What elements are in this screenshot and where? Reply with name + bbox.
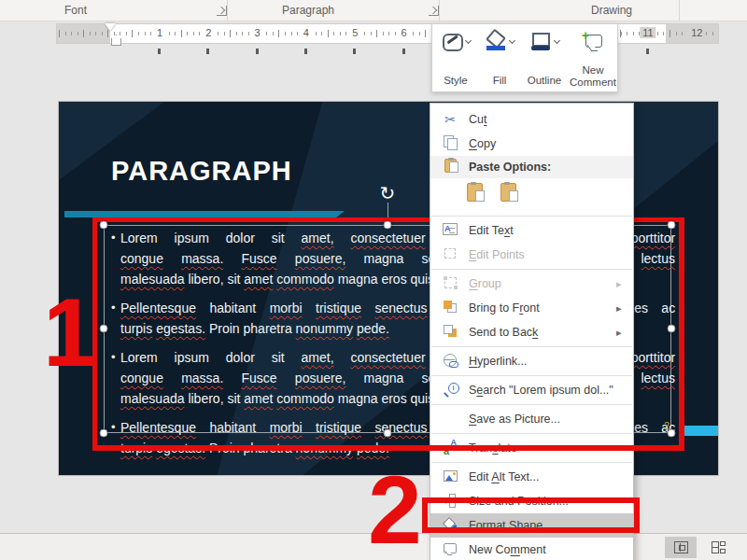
word: tristique [316, 420, 361, 435]
copy-icon [440, 135, 460, 152]
word: Lorem [120, 350, 158, 365]
dropdown-chevron-icon[interactable] [553, 37, 559, 44]
menu-item-search-lorem-ipsum-dol[interactable]: Search "Lorem ipsum dol..." [430, 378, 633, 402]
word: habitant [209, 420, 256, 435]
word: posuere, [295, 251, 345, 266]
bring-to-front-icon [444, 301, 457, 313]
ruler-number: 2 [203, 27, 214, 38]
ribbon-group-label-font: Font [64, 4, 87, 17]
rotate-handle[interactable]: ↻ [380, 184, 396, 203]
edit-points-icon [440, 248, 460, 261]
ruler-tab-stop[interactable] [646, 49, 649, 54]
plus-icon: + [582, 30, 589, 41]
menu-item-label: Edit Points [460, 248, 626, 261]
paste-keep-source-formatting-icon [467, 183, 483, 202]
dialog-launcher-icon[interactable] [429, 6, 439, 16]
ruler-tab-stop[interactable] [158, 49, 161, 54]
annotation-rect1-bottom [92, 445, 684, 451]
ruler-number: 1 [154, 27, 165, 38]
new-comment-icon [440, 542, 460, 558]
word: morbi [270, 420, 303, 435]
menu-item-label: Cut [460, 113, 626, 126]
dropdown-chevron-icon[interactable] [508, 37, 514, 44]
dialog-launcher-icon[interactable] [217, 6, 227, 16]
word: lectus [641, 251, 675, 266]
menu-item-edit-alt-text[interactable]: Edit Alt Text... [430, 465, 633, 489]
selection-handle[interactable] [668, 221, 676, 230]
slide-sorter-icon [712, 541, 726, 553]
toolbar-button-label: NewComment [569, 64, 617, 89]
selection-handle[interactable] [100, 429, 108, 438]
menu-item-copy[interactable]: Copy [430, 132, 633, 156]
word: consectetuer [350, 350, 425, 365]
word: massa. [181, 371, 223, 385]
title-underline-bar [64, 211, 345, 217]
word: tristique [316, 301, 361, 315]
word: ipsum [175, 231, 209, 245]
menu-separator [431, 346, 632, 347]
send-to-back-icon [440, 325, 460, 340]
ruler-tab-stop[interactable] [256, 49, 259, 54]
word: sit [227, 272, 240, 287]
ribbon-group-separator [227, 0, 228, 21]
word: porttitor [631, 350, 675, 365]
word: porttitor [631, 231, 675, 245]
menu-item-send-to-back[interactable]: Send to Back▸ [430, 320, 633, 344]
toolbar-button-label: Outline [520, 75, 569, 86]
selection-handle[interactable] [100, 325, 108, 333]
word: ac [661, 301, 675, 315]
ruler-tab-stop[interactable] [304, 49, 307, 54]
first-line-indent-marker[interactable] [105, 23, 116, 31]
hyperlink-icon [444, 354, 457, 367]
ribbon-group-label-paragraph: Paragraph [282, 4, 334, 17]
selection-handle[interactable] [100, 221, 108, 230]
toolbar-button-label: Fill [479, 75, 520, 86]
toolbar-button-new-comment[interactable]: +NewComment [569, 24, 617, 91]
menu-item-label: Save as Picture... [460, 413, 626, 426]
hyperlink-icon [440, 354, 460, 370]
menu-separator [431, 433, 632, 434]
word: sit [272, 350, 285, 365]
menu-item-edit-text[interactable]: Edit Text [430, 218, 633, 243]
menu-item-edit-points[interactable]: Edit Points [430, 243, 633, 267]
menu-item-label: Copy [460, 137, 626, 150]
menu-item-cut[interactable]: ✂Cut [430, 107, 633, 132]
selection-handle[interactable] [384, 221, 392, 230]
menu-item-bring-to-front[interactable]: Bring to Front▸ [430, 296, 633, 320]
toolbar-button-style[interactable]: Style [432, 24, 479, 91]
ruler-number: 5 [349, 27, 360, 38]
paste-option-as-picture[interactable] [500, 183, 525, 209]
menu-item-save-as-picture[interactable]: Save as Picture... [430, 407, 633, 431]
drawing-mini-toolbar: StyleFillOutline+NewComment [431, 23, 618, 92]
ruler-tab-stop[interactable] [206, 49, 209, 54]
ribbon-group-strip: FontParagraphDrawing [0, 0, 747, 21]
word: malesuada [120, 391, 185, 406]
bring-to-front-icon [440, 301, 460, 315]
word: amet, [302, 231, 334, 245]
ruler-tab-stop[interactable] [402, 49, 405, 54]
paste-option-keep-source-formatting[interactable] [467, 183, 491, 209]
word: dolor [226, 231, 255, 245]
toolbar-button-outline[interactable]: Outline [520, 24, 569, 91]
slide-footer-accent [681, 426, 719, 436]
outline-icon [530, 32, 551, 50]
menu-item-label: Group [460, 277, 616, 290]
normal-view-button[interactable] [665, 537, 697, 558]
selection-handle[interactable] [668, 325, 676, 333]
ruler-tab-stop[interactable] [353, 49, 356, 54]
word: massa. [181, 251, 223, 266]
word: sit [227, 391, 240, 406]
menu-item-hyperlink[interactable]: Hyperlink... [430, 349, 633, 373]
toolbar-button-fill[interactable]: Fill [479, 24, 520, 91]
word: Pellentesque [120, 301, 196, 315]
menu-item-new-comment[interactable]: New Comment [430, 538, 633, 560]
horizontal-ruler: 123456789101112 [56, 23, 719, 44]
selection-handle[interactable] [384, 429, 392, 438]
menu-item-label: Send to Back [460, 326, 616, 339]
slide-sorter-view-button[interactable] [702, 537, 734, 558]
selection-handle[interactable] [668, 429, 676, 438]
slide-title[interactable]: PARAGRAPH [111, 156, 292, 187]
dropdown-chevron-icon[interactable] [464, 37, 471, 44]
ruler-number: 11 [640, 27, 655, 38]
menu-item-group[interactable]: Group▸ [430, 272, 633, 296]
